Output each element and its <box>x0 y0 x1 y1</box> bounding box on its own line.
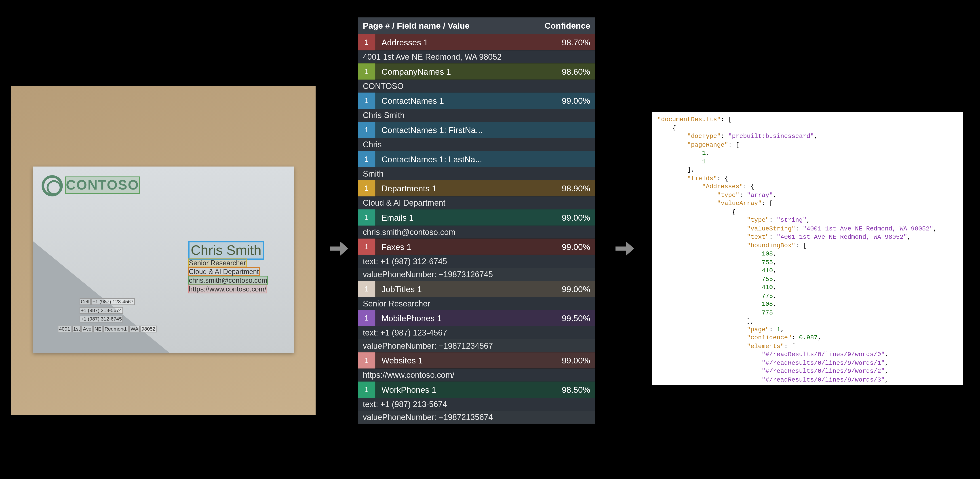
company-name: CONTOSO <box>65 177 140 194</box>
address-row: 40011stAveNERedmond,WA98052 <box>58 326 157 333</box>
field-confidence: 99.00% <box>562 356 595 365</box>
job-title: Senior Researcher <box>188 258 247 267</box>
field-confidence: 99.00% <box>562 284 595 294</box>
field-confidence: 99.00% <box>562 242 595 251</box>
field-confidence: 98.90% <box>562 183 595 193</box>
field-name: MobilePhones 1 <box>375 313 562 323</box>
field-value: Chris <box>358 138 595 151</box>
work-phone-row: +1 (987) 213-5674 <box>80 307 123 314</box>
website: https://www.contoso.com/ <box>188 285 267 293</box>
fax-row: +1 (987) 312-6745 <box>80 316 123 323</box>
field-confidence: 99.00% <box>562 96 595 105</box>
field-confidence: 99.00% <box>562 213 595 222</box>
field-value: Cloud & AI Department <box>358 196 595 209</box>
field-row[interactable]: 1CompanyNames 198.60% <box>358 64 595 80</box>
page-badge: 1 <box>358 382 375 398</box>
field-value: Chris Smith <box>358 109 595 122</box>
field-value: CONTOSO <box>358 80 595 92</box>
page-badge: 1 <box>358 209 375 226</box>
header-left: Page # / Field name / Value <box>363 21 470 30</box>
field-value: text: +1 (987) 213-5674 <box>358 398 595 411</box>
logo-icon <box>41 175 63 196</box>
field-value: https://www.contoso.com/ <box>358 369 595 382</box>
header-right: Confidence <box>545 21 590 30</box>
field-row[interactable]: 1ContactNames 1: LastNa... <box>358 151 595 167</box>
address-token: 98052 <box>140 326 157 333</box>
field-value: valuePhoneNumber: +19871234567 <box>358 339 595 352</box>
table-header: Page # / Field name / Value Confidence <box>358 18 595 34</box>
email: chris.smith@contoso.com <box>188 276 268 285</box>
field-name: Faxes 1 <box>375 242 562 251</box>
field-row[interactable]: 1ContactNames 1: FirstNa... <box>358 122 595 138</box>
page-badge: 1 <box>358 151 375 167</box>
field-name: ContactNames 1: FirstNa... <box>375 125 590 135</box>
page-badge: 1 <box>358 281 375 297</box>
field-row[interactable]: 1Departments 198.90% <box>358 180 595 196</box>
field-name: ContactNames 1 <box>375 96 562 105</box>
field-row[interactable]: 1JobTitles 199.00% <box>358 281 595 297</box>
field-confidence: 98.60% <box>562 67 595 76</box>
field-value: valuePhoneNumber: +19873126745 <box>358 268 595 281</box>
field-name: JobTitles 1 <box>375 284 562 294</box>
field-value: text: +1 (987) 312-6745 <box>358 255 595 268</box>
field-name: Addresses 1 <box>375 38 562 47</box>
arrow-right-icon <box>611 230 636 267</box>
field-confidence: 99.50% <box>562 313 595 323</box>
field-row[interactable]: 1Websites 199.00% <box>358 352 595 368</box>
page-badge: 1 <box>358 352 375 368</box>
field-row[interactable]: 1Addresses 198.70% <box>358 34 595 50</box>
field-value: Senior Researcher <box>358 297 595 310</box>
field-row[interactable]: 1MobilePhones 199.50% <box>358 310 595 326</box>
field-value: chris.smith@contoso.com <box>358 226 595 239</box>
field-row[interactable]: 1ContactNames 199.00% <box>358 92 595 109</box>
field-row[interactable]: 1Emails 199.00% <box>358 209 595 226</box>
page-badge: 1 <box>358 122 375 138</box>
address-token: WA <box>129 326 140 333</box>
page-badge: 1 <box>358 239 375 255</box>
field-name: ContactNames 1: LastNa... <box>375 154 590 164</box>
field-value: text: +1 (987) 123-4567 <box>358 326 595 339</box>
field-value: Smith <box>358 167 595 180</box>
field-name: Departments 1 <box>375 183 562 193</box>
field-name: Emails 1 <box>375 213 562 222</box>
page-badge: 1 <box>358 180 375 196</box>
address-token: 4001 <box>58 326 72 333</box>
field-value: valuePhoneNumber: +19872135674 <box>358 411 595 424</box>
field-row[interactable]: 1Faxes 199.00% <box>358 239 595 255</box>
page-badge: 1 <box>358 34 375 50</box>
business-card-image: CONTOSO Chris Smith Senior Researcher Cl… <box>11 86 315 415</box>
field-name: Websites 1 <box>375 356 562 365</box>
contact-name: Chris Smith <box>188 241 264 260</box>
page-badge: 1 <box>358 64 375 80</box>
arrow-right-icon <box>326 230 350 267</box>
field-name: CompanyNames 1 <box>375 67 562 76</box>
page-badge: 1 <box>358 310 375 326</box>
page-badge: 1 <box>358 92 375 109</box>
field-name: WorkPhones 1 <box>375 385 562 394</box>
mobile-phone-row: Cell +1 (987) 123-4567 <box>80 298 135 305</box>
department: Cloud & AI Department <box>188 267 259 276</box>
business-card: CONTOSO Chris Smith Senior Researcher Cl… <box>33 167 294 353</box>
field-value: 4001 1st Ave NE Redmond, WA 98052 <box>358 50 595 63</box>
field-row[interactable]: 1WorkPhones 198.50% <box>358 382 595 398</box>
field-confidence: 98.70% <box>562 38 595 47</box>
json-output: "documentResults": [ { "docType": "prebu… <box>652 112 963 385</box>
fields-table: Page # / Field name / Value Confidence 1… <box>358 18 595 424</box>
address-token: NE <box>93 326 103 333</box>
field-confidence: 98.50% <box>562 385 595 394</box>
address-token: 1st <box>72 326 81 333</box>
address-token: Ave <box>81 326 92 333</box>
address-token: Redmond, <box>103 326 129 333</box>
